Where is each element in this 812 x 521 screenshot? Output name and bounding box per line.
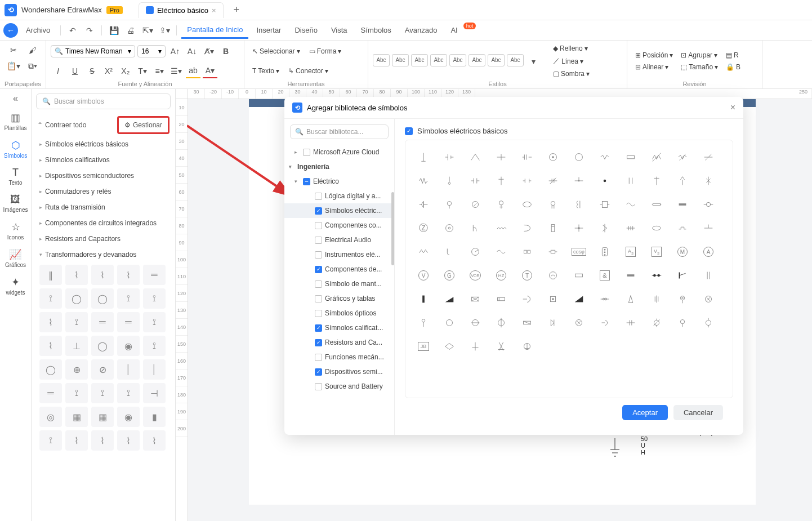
b-button[interactable]: 🔒 B	[722, 61, 744, 73]
library-symbol-thumb[interactable]	[645, 194, 668, 215]
style-preset[interactable]: Abc	[488, 54, 505, 66]
symbol-thumb[interactable]: ⌇	[65, 430, 88, 451]
tree-item[interactable]: Componentes co...	[284, 218, 394, 233]
library-symbol-thumb[interactable]	[645, 218, 668, 238]
library-symbol-thumb[interactable]	[542, 218, 564, 238]
symbol-thumb[interactable]: ⌇	[39, 336, 62, 356]
library-symbol-thumb[interactable]	[516, 336, 538, 357]
library-symbol-thumb[interactable]	[542, 313, 564, 333]
library-symbol-thumb[interactable]	[542, 289, 564, 309]
library-symbol-thumb[interactable]	[412, 242, 435, 262]
category-item[interactable]: ▸Dispositivos semiconductores	[32, 168, 175, 184]
library-symbol-thumb[interactable]	[412, 313, 435, 333]
clear-format-icon[interactable]: A̸▾	[202, 44, 216, 59]
symbol-thumb[interactable]: │	[117, 359, 140, 380]
library-symbol-thumb[interactable]	[697, 289, 720, 309]
format-painter-icon[interactable]: 🖌	[25, 43, 40, 57]
symbol-thumb[interactable]: ⟟	[117, 383, 140, 403]
italic-icon[interactable]: I	[51, 64, 65, 78]
symbol-thumb[interactable]: ⟟	[65, 383, 88, 403]
checkbox[interactable]	[315, 222, 322, 229]
symbol-thumb[interactable]: ⌇	[117, 265, 140, 285]
checkbox[interactable]	[315, 280, 322, 288]
menu-pantalla-inicio[interactable]: Pantalla de Inicio	[181, 22, 248, 39]
save-icon[interactable]: 💾	[106, 23, 121, 38]
back-button[interactable]: ←	[3, 23, 18, 38]
library-symbol-thumb[interactable]: cosφ	[568, 242, 590, 262]
library-symbol-thumb[interactable]	[464, 218, 487, 238]
library-symbol-thumb[interactable]: VOR	[464, 265, 487, 286]
modal-close-button[interactable]: ×	[730, 103, 735, 113]
symbol-thumb[interactable]: ◯	[65, 288, 88, 309]
library-symbol-thumb[interactable]	[490, 218, 512, 238]
tree-item[interactable]: Funciones mecán...	[284, 350, 394, 364]
checkbox[interactable]	[315, 339, 322, 346]
symbol-thumb[interactable]: ⊥	[65, 336, 88, 356]
symbol-thumb[interactable]: ⊘	[91, 359, 114, 380]
posicion-dropdown[interactable]: ⊞ Posición▾	[632, 50, 676, 61]
highlight-icon[interactable]: ab	[186, 64, 200, 78]
tree-item[interactable]: Dispositivos semi...	[284, 364, 394, 379]
r-button[interactable]: ▤ R	[722, 50, 744, 61]
library-symbol-thumb[interactable]	[594, 147, 616, 167]
checkbox[interactable]	[315, 295, 322, 302]
font-color-icon[interactable]: A▾	[203, 64, 217, 78]
tree-item[interactable]: ▸Microsoft Azure Cloud	[284, 145, 394, 159]
library-symbol-thumb[interactable]	[412, 147, 435, 167]
library-symbol-thumb[interactable]: HZ	[490, 265, 512, 286]
increase-font-icon[interactable]: A↑	[168, 44, 182, 59]
symbol-thumb[interactable]: ⌇	[143, 430, 166, 451]
library-symbol-thumb[interactable]: Vs	[645, 242, 668, 262]
menu-avanzado[interactable]: Avanzado	[399, 23, 443, 38]
symbol-thumb[interactable]: ═	[91, 312, 114, 332]
library-symbol-thumb[interactable]	[490, 313, 512, 333]
checkbox[interactable]	[315, 193, 322, 200]
style-more-icon[interactable]: ▾	[526, 54, 541, 69]
library-symbol-thumb[interactable]	[671, 313, 694, 333]
library-symbol-thumb[interactable]	[464, 194, 487, 215]
tree-item[interactable]: Símnolos calificat...	[284, 320, 394, 335]
forma-dropdown[interactable]: ▭Forma▾	[306, 46, 345, 57]
agrupar-dropdown[interactable]: ⊡ Agrupar▾	[677, 50, 721, 61]
symbol-thumb[interactable]: │	[143, 359, 166, 380]
symbol-thumb[interactable]: ═	[39, 383, 62, 403]
symbol-thumb[interactable]: ▦	[65, 407, 88, 427]
library-symbol-thumb[interactable]	[671, 171, 694, 191]
share-icon[interactable]: ⇪▾	[157, 23, 172, 38]
symbol-thumb[interactable]: ⊕	[65, 359, 88, 380]
bullet-list-icon[interactable]: ☰▾	[169, 64, 184, 78]
tree-item[interactable]: Símbolos ópticos	[284, 306, 394, 320]
library-symbol-thumb[interactable]	[645, 171, 668, 191]
style-preset[interactable]: Abc	[507, 54, 524, 66]
library-search-input[interactable]: 🔍 Buscar biblioteca...	[290, 124, 389, 139]
symbol-thumb[interactable]: ⟟	[143, 312, 166, 332]
symbol-thumb[interactable]: ⟟	[39, 288, 62, 309]
library-symbol-thumb[interactable]: M	[671, 242, 694, 262]
library-symbol-thumb[interactable]	[594, 218, 616, 238]
library-symbol-thumb[interactable]: JB	[412, 336, 435, 357]
library-symbol-thumb[interactable]	[568, 313, 590, 333]
library-symbol-thumb[interactable]	[619, 147, 642, 167]
linea-dropdown[interactable]: ／ Línea▾	[550, 55, 593, 68]
library-symbol-thumb[interactable]	[645, 147, 668, 167]
library-symbol-thumb[interactable]: &	[594, 265, 616, 286]
symbol-thumb[interactable]: ═	[117, 312, 140, 332]
library-symbol-thumb[interactable]	[619, 313, 642, 333]
tree-item[interactable]: ▾Eléctrico	[284, 174, 394, 189]
library-symbol-thumb[interactable]	[568, 147, 590, 167]
symbol-thumb[interactable]: ⟟	[39, 430, 62, 451]
redo-icon[interactable]: ↷	[82, 23, 97, 38]
library-symbol-thumb[interactable]	[464, 171, 487, 191]
library-symbol-thumb[interactable]	[645, 265, 668, 286]
library-symbol-thumb[interactable]	[542, 147, 564, 167]
library-symbol-thumb[interactable]	[490, 336, 512, 357]
copy-icon[interactable]: ⧉▾	[25, 59, 40, 73]
checkbox[interactable]	[315, 383, 322, 390]
new-tab-button[interactable]: +	[228, 4, 246, 16]
library-symbol-thumb[interactable]	[464, 313, 487, 333]
symbol-thumb[interactable]: ▦	[91, 407, 114, 427]
tree-scrollbar[interactable]	[391, 192, 394, 265]
library-symbol-thumb[interactable]	[594, 194, 616, 215]
rail-iconos[interactable]: ☆Iconos	[7, 221, 24, 241]
library-symbol-thumb[interactable]	[412, 171, 435, 191]
